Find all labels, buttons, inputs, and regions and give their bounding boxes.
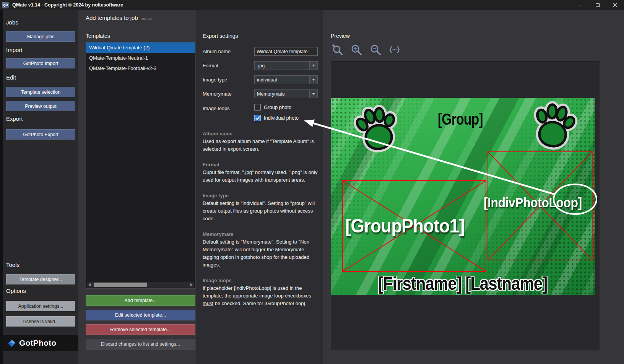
page-title: Add templates to job [86,15,138,21]
export-heading: Export [6,115,23,122]
application-settings-button[interactable]: Application settings... [6,301,75,311]
titlebar: QM QMate v1.14 - Copyright © 2024 by nol… [0,0,624,10]
template-preview-image: [Group] [GroupPhoto1] [IndivPhotoLoop] [… [331,98,595,295]
chevron-down-icon [312,79,315,81]
help-title: Memorymate [203,231,319,237]
group-photo-checkbox-row[interactable]: Group photo [254,104,291,110]
maximize-button[interactable] [589,0,606,10]
scroll-right-icon [190,283,192,286]
jobs-heading: Jobs [6,19,18,26]
help-image-loops: Image loops If placeholder [IndivPhotoLo… [203,278,319,307]
image-loops-label: Image loops [203,106,230,111]
format-dropdown-zone [309,62,317,70]
help-texts: Album name Used as export album name if … [203,131,319,316]
close-icon [613,3,618,7]
individual-photo-label: Individual photo [264,115,299,121]
scrollbar-thumb[interactable] [94,283,147,287]
export-settings-heading: Export settings [203,33,238,39]
app-icon-text: QM [3,3,8,7]
window-title: QMate v1.14 - Copyright © 2024 by noltes… [12,2,123,8]
template-designer-button[interactable]: Template designer... [6,274,75,284]
horizontal-scrollbar[interactable] [87,282,194,288]
gotphoto-export-button[interactable]: GotPhoto Export [6,129,75,140]
sidebar: Jobs Manage jobs Import GotPhoto Import … [3,10,78,364]
remove-template-button[interactable]: Remove selected template... [86,324,195,335]
name-placeholder-text: [Firstname] [Lastname] [331,273,595,294]
placeholder-braces-icon [388,44,401,56]
add-template-button[interactable]: Add template... [86,295,195,306]
template-selection-button[interactable]: Template selection [6,87,75,97]
maximize-icon [596,3,600,7]
options-heading: Options [6,288,26,294]
individual-photo-checkbox[interactable] [254,115,261,121]
close-button[interactable] [606,0,624,10]
group-photo-label: Group photo [264,104,291,110]
edit-heading: Edit [6,74,16,81]
scroll-left-arrow[interactable] [87,282,93,288]
help-text: Default setting is "individual". Setting… [203,200,319,223]
help-image-type: Image type Default setting is "individua… [203,193,319,223]
license-button[interactable]: License is valid... [6,316,75,327]
preview-heading: Preview [331,33,350,39]
discard-changes-button[interactable]: Discard changes to list and settings... [86,339,195,349]
checkmark-icon [255,116,260,120]
help-memorymate: Memorymate Default setting is "Memorymat… [203,231,319,269]
help-album-name: Album name Used as export album name if … [203,131,319,153]
scroll-left-icon [89,283,91,286]
individual-photo-checkbox-row[interactable]: Individual photo [254,115,299,121]
indiv-photo-loop-placeholder-text: [IndivPhotoLoop] [484,195,582,211]
gotphoto-import-button[interactable]: GotPhoto Import [6,58,75,68]
album-name-label: Album name [203,49,231,54]
preview-toolbar [330,43,401,57]
scrollbar-track[interactable] [93,282,188,288]
template-list-item[interactable]: Wildcat Qmate template (2) [86,42,195,53]
zoom-reset-button[interactable] [330,43,344,57]
chevron-down-icon [312,93,315,95]
preview-output-button[interactable]: Preview output [6,101,75,111]
group-photo-checkbox[interactable] [254,104,261,110]
album-name-input[interactable] [254,47,318,56]
gotphoto-logo: GotPhoto [3,335,78,351]
group-placeholder-text: [Group] [438,110,483,128]
zoom-out-button[interactable] [369,43,382,57]
app-window: QM QMate v1.14 - Copyright © 2024 by nol… [0,0,624,364]
scroll-right-arrow[interactable] [188,282,194,288]
format-label: Format [203,63,218,68]
memorymate-label: Memorymate [203,91,232,97]
main-content: Add templates to job .ms-ad Templates Wi… [78,10,624,364]
paw-print-icon [525,98,583,157]
zoom-reset-icon [331,44,343,56]
zoom-in-button[interactable] [349,43,363,57]
left-edge-strip [0,10,3,364]
help-text: Ouput file format, ".jpg" normally used.… [203,169,319,184]
help-format: Format Ouput file format, ".jpg" normall… [203,162,319,184]
help-text-part: be checked. Same for [GroupPhotoLoop]. [213,301,307,306]
templates-heading: Templates [86,33,110,39]
app-icon: QM [2,2,9,8]
window-controls [571,0,624,10]
zoom-out-icon [369,44,382,56]
gotphoto-logo-icon [7,338,16,348]
image-type-select[interactable]: individual [254,75,318,84]
help-text: Used as export album name if "Template A… [203,138,319,153]
format-select[interactable]: .jpg [254,61,318,70]
page-header: Add templates to job .ms-ad [86,15,151,21]
help-text: If placeholder [IndivPhotoLoop] is used … [203,284,319,307]
gotphoto-logo-text: GotPhoto [19,338,56,348]
template-list-item[interactable]: QMate-Template-Football-v2-3 [86,63,195,73]
import-heading: Import [6,47,23,53]
zoom-in-icon [350,44,362,56]
manage-jobs-button[interactable]: Manage jobs [6,31,75,42]
edit-template-button[interactable]: Edit selected template... [86,310,195,320]
preview-viewport[interactable]: [Group] [GroupPhoto1] [IndivPhotoLoop] [… [331,61,600,350]
placeholders-button[interactable] [388,43,401,57]
template-list-item[interactable]: QMate-Template-Neutral-1 [86,53,195,63]
templates-list[interactable]: Wildcat Qmate template (2) QMate-Templat… [86,42,195,289]
help-text-part: If placeholder [IndivPhotoLoop] is used … [203,285,311,299]
page-title-suffix: .ms-ad [141,17,152,21]
format-value: .jpg [255,63,309,68]
help-title: Format [203,162,319,167]
minimize-button[interactable] [571,0,589,10]
tools-heading: Tools [6,262,20,268]
memorymate-select[interactable]: Memorymate [254,89,318,98]
